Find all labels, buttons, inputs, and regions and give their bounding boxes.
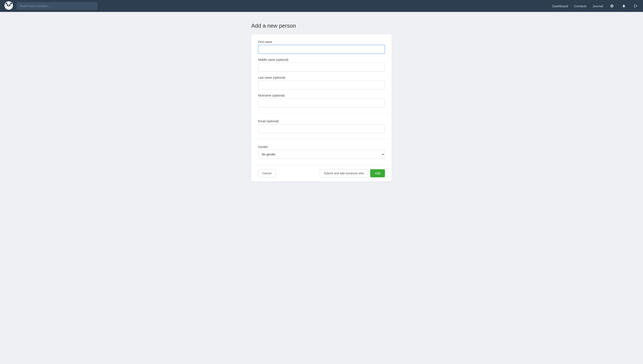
last-name-label: Last name (optional)	[258, 76, 385, 79]
middle-name-input[interactable]	[258, 63, 385, 72]
gender-label: Gender	[258, 145, 385, 148]
last-name-group: Last name (optional)	[258, 76, 385, 90]
submit-buttons: Submit and add someone else Add	[320, 169, 385, 177]
gender-select[interactable]: No gender Male Female Other	[258, 150, 385, 159]
first-name-group: First name	[258, 40, 385, 54]
main-content: Add a new person First name Middle name …	[0, 12, 643, 192]
navbar: Dashboard Contacts Journal	[0, 0, 643, 12]
settings-icon[interactable]	[609, 3, 615, 9]
nickname-group: Nickname (optional)	[258, 94, 385, 107]
email-section: Email (optional)	[251, 114, 392, 139]
gender-group: Gender No gender Male Female Other	[258, 145, 385, 159]
svg-point-12	[8, 6, 9, 6]
email-group: Email (optional)	[258, 120, 385, 133]
svg-point-5	[10, 2, 12, 4]
navbar-nav: Dashboard Contacts Journal	[552, 3, 639, 9]
gender-section: Gender No gender Male Female Other	[251, 139, 392, 165]
first-name-input[interactable]	[258, 45, 385, 54]
logout-icon[interactable]	[633, 3, 639, 9]
form-card: First name Middle name (optional) Last n…	[251, 34, 392, 182]
nickname-input[interactable]	[258, 98, 385, 107]
svg-point-11	[10, 5, 10, 6]
form-footer: Cancel Submit and add someone else Add	[251, 165, 392, 182]
svg-point-3	[6, 2, 7, 4]
search-input[interactable]	[17, 2, 97, 10]
notifications-icon[interactable]	[621, 3, 627, 9]
cancel-button[interactable]: Cancel	[258, 169, 275, 177]
first-name-label: First name	[258, 40, 385, 44]
nav-link-contacts[interactable]: Contacts	[574, 4, 587, 8]
names-section: First name Middle name (optional) Last n…	[251, 34, 392, 114]
submit-and-add-button[interactable]: Submit and add someone else	[320, 169, 368, 177]
add-button[interactable]: Add	[370, 169, 385, 177]
email-label: Email (optional)	[258, 120, 385, 123]
last-name-input[interactable]	[258, 80, 385, 90]
email-input[interactable]	[258, 124, 385, 133]
middle-name-label: Middle name (optional)	[258, 58, 385, 62]
nav-link-dashboard[interactable]: Dashboard	[552, 4, 568, 8]
nickname-label: Nickname (optional)	[258, 94, 385, 97]
nav-link-journal[interactable]: Journal	[592, 4, 603, 8]
middle-name-group: Middle name (optional)	[258, 58, 385, 72]
svg-point-10	[8, 5, 8, 6]
app-logo	[4, 1, 13, 11]
page-title: Add a new person	[251, 22, 392, 29]
